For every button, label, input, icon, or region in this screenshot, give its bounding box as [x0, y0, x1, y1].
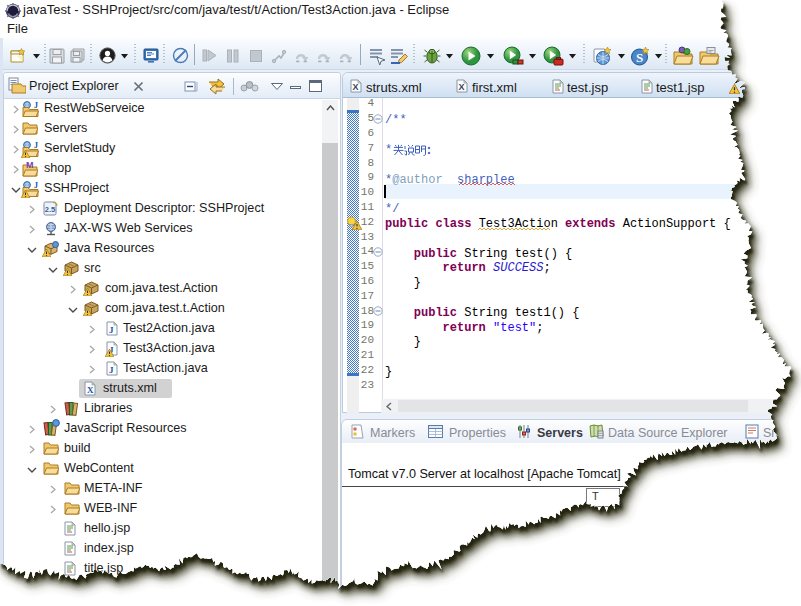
svg-text:J: J — [34, 101, 38, 110]
svg-text:X: X — [352, 82, 358, 92]
svg-text:J: J — [34, 141, 38, 150]
svg-text:S: S — [636, 50, 643, 65]
svg-text:2.5: 2.5 — [45, 205, 55, 214]
svg-text:X: X — [458, 82, 464, 92]
svg-text:J: J — [34, 181, 38, 190]
